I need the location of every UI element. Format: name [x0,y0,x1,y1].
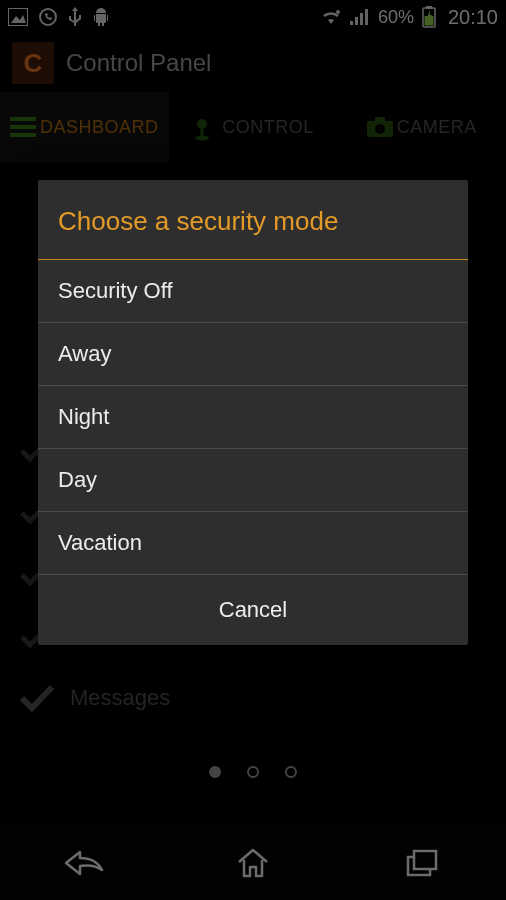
cancel-button[interactable]: Cancel [38,575,468,645]
option-night[interactable]: Night [38,386,468,449]
option-day[interactable]: Day [38,449,468,512]
option-security-off[interactable]: Security Off [38,260,468,323]
dialog-title: Choose a security mode [38,180,468,260]
option-vacation[interactable]: Vacation [38,512,468,575]
option-away[interactable]: Away [38,323,468,386]
security-mode-dialog: Choose a security mode Security Off Away… [38,180,468,645]
